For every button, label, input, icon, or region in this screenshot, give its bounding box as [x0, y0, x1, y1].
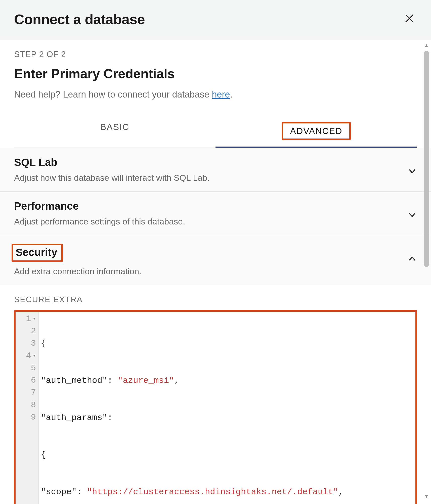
step-indicator: STEP 2 OF 2: [14, 50, 417, 59]
close-icon: [404, 13, 415, 24]
fold-icon[interactable]: ▾: [33, 352, 36, 360]
code-l1: {: [41, 337, 46, 350]
subheader: Enter Primary Credentials: [14, 66, 417, 81]
scroll-area: STEP 2 OF 2 Enter Primary Credentials Ne…: [0, 39, 431, 504]
advanced-accordion: SQL Lab Adjust how this database will in…: [0, 148, 431, 504]
help-prefix: Need help? Learn how to connect your dat…: [14, 89, 212, 100]
tab-basic[interactable]: BASIC: [14, 115, 216, 148]
accordion-sql-lab-desc: Adjust how this database will interact w…: [14, 173, 209, 183]
accordion-performance-title: Performance: [14, 200, 185, 212]
code-l5-key: "scope": [41, 486, 77, 498]
accordion-security-title: Security: [12, 244, 63, 262]
scrollbar-up-arrow-icon[interactable]: ▲: [424, 43, 429, 48]
code-l2-key: "auth_method": [41, 375, 107, 387]
modal-title: Connect a database: [14, 11, 145, 27]
connect-database-modal: Connect a database STEP 2 OF 2 Enter Pri…: [0, 0, 431, 504]
tabs: BASIC ADVANCED: [14, 115, 417, 148]
chevron-up-icon: [407, 254, 417, 264]
tab-advanced-label: ADVANCED: [282, 122, 351, 140]
gutter-1: 1: [26, 313, 31, 325]
code-l3-key: "auth_params": [41, 412, 107, 424]
scrollbar-down-arrow-icon[interactable]: ▼: [424, 493, 429, 499]
accordion-sql-lab-title: SQL Lab: [14, 156, 209, 168]
vertical-scrollbar[interactable]: ▲ ▼: [423, 43, 430, 499]
accordion-security-header[interactable]: Security Add extra connection informatio…: [0, 235, 431, 285]
tab-basic-label: BASIC: [100, 122, 129, 132]
code-content[interactable]: { "auth_method": "azure_msi", "auth_para…: [39, 312, 415, 504]
modal-header: Connect a database: [0, 0, 431, 39]
accordion-performance: Performance Adjust performance settings …: [0, 191, 431, 235]
accordion-performance-desc: Adjust performance settings of this data…: [14, 217, 185, 226]
gutter-2: 2: [31, 325, 36, 337]
code-gutter: 1▾ 2 3 4▾ 5 6 7 8 9: [16, 312, 39, 504]
accordion-sql-lab: SQL Lab Adjust how this database will in…: [0, 148, 431, 191]
scrollbar-thumb[interactable]: [424, 51, 429, 267]
code-l4: {: [41, 449, 46, 461]
gutter-5: 5: [31, 362, 36, 374]
accordion-security-body: SECURE EXTRA 1▾ 2 3 4▾ 5 6 7 8: [0, 285, 431, 504]
secure-extra-label: SECURE EXTRA: [14, 295, 417, 304]
help-text: Need help? Learn how to connect your dat…: [14, 89, 417, 100]
help-link[interactable]: here: [212, 89, 230, 100]
accordion-security: Security Add extra connection informatio…: [0, 235, 431, 504]
accordion-performance-header[interactable]: Performance Adjust performance settings …: [0, 192, 431, 235]
code-l5-val: "https://clusteraccess.hdinsightaks.net/…: [87, 486, 338, 498]
gutter-8: 8: [31, 399, 36, 411]
gutter-3: 3: [31, 337, 36, 350]
help-suffix: .: [230, 89, 233, 100]
secure-extra-editor[interactable]: 1▾ 2 3 4▾ 5 6 7 8 9 {: [14, 310, 417, 504]
accordion-sql-lab-header[interactable]: SQL Lab Adjust how this database will in…: [0, 148, 431, 191]
gutter-4: 4: [26, 350, 31, 362]
gutter-9: 9: [31, 411, 36, 424]
close-button[interactable]: [402, 10, 417, 28]
gutter-6: 6: [31, 374, 36, 387]
chevron-down-icon: [407, 210, 417, 221]
tab-advanced[interactable]: ADVANCED: [216, 115, 417, 148]
chevron-down-icon: [407, 166, 417, 177]
fold-icon[interactable]: ▾: [33, 315, 36, 323]
gutter-7: 7: [31, 387, 36, 399]
code-l2-val: "azure_msi": [118, 375, 174, 387]
modal-content: STEP 2 OF 2 Enter Primary Credentials Ne…: [0, 39, 431, 504]
accordion-security-desc: Add extra connection information.: [14, 266, 142, 276]
